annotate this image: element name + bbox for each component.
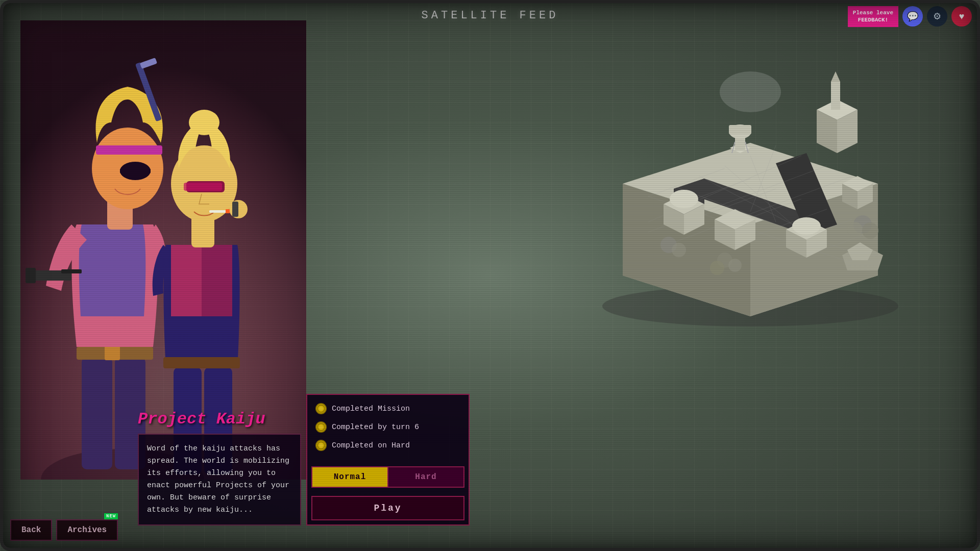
svg-rect-10 — [120, 168, 151, 173]
medal-svg-3 — [317, 441, 325, 449]
svg-rect-55 — [831, 82, 840, 110]
medal-icon-2 — [315, 421, 327, 433]
title-bar: SATELLITE FEED — [422, 9, 559, 22]
mission-info-panel: Project Kaiju Word of the kaiju attacks … — [138, 410, 301, 525]
mission-title: Project Kaiju — [138, 410, 301, 429]
medal-item-1: Completed Mission — [315, 403, 460, 414]
svg-point-91 — [319, 425, 323, 429]
svg-rect-78 — [729, 125, 751, 134]
medal-icon-1 — [315, 403, 327, 414]
medal-item-3: Completed on Hard — [315, 440, 460, 451]
medal-text-3: Completed on Hard — [332, 441, 410, 450]
svg-rect-18 — [163, 357, 240, 368]
new-badge: NEW — [104, 513, 118, 519]
svg-point-93 — [319, 443, 323, 447]
discord-icon: 💬 — [907, 11, 918, 22]
medal-svg-1 — [317, 405, 325, 413]
svg-rect-12 — [26, 268, 36, 283]
back-button[interactable]: Back — [10, 519, 52, 541]
difficulty-buttons: Normal Hard — [311, 466, 464, 488]
svg-rect-5 — [105, 346, 120, 360]
satellite-title: SATELLITE FEED — [422, 9, 559, 22]
steam-button[interactable]: ⚙ — [927, 6, 947, 27]
svg-rect-27 — [226, 209, 230, 213]
svg-rect-2 — [82, 357, 112, 469]
discord-button[interactable]: 💬 — [902, 6, 923, 27]
completion-panel: Completed Mission Completed by turn 6 Co… — [306, 394, 470, 525]
svg-rect-26 — [209, 210, 227, 213]
svg-point-89 — [319, 407, 323, 411]
mission-description: Word of the kaiju attacks has spread. Th… — [138, 434, 301, 525]
svg-point-71 — [672, 243, 686, 257]
map-area — [572, 31, 929, 327]
svg-rect-13 — [61, 269, 82, 273]
medal-list: Completed Mission Completed by turn 6 Co… — [307, 395, 469, 462]
svg-marker-56 — [831, 71, 840, 82]
archives-button[interactable]: NEW Archives — [56, 519, 118, 541]
svg-rect-8 — [96, 145, 162, 155]
play-button[interactable]: Play — [311, 496, 464, 520]
bottom-navigation: Back NEW Archives — [10, 519, 118, 541]
svg-point-87 — [720, 71, 781, 112]
archives-label: Archives — [67, 525, 107, 535]
medal-icon-3 — [315, 440, 327, 451]
hard-difficulty-button[interactable]: Hard — [388, 467, 463, 487]
heart-button[interactable]: ♥ — [951, 6, 972, 27]
svg-point-74 — [710, 261, 724, 275]
medal-svg-2 — [317, 423, 325, 431]
steam-icon: ⚙ — [933, 11, 941, 22]
svg-point-73 — [728, 259, 742, 272]
top-right-buttons: Please leave FEEDBACK! 💬 ⚙ ♥ — [848, 6, 972, 27]
svg-rect-25 — [232, 202, 238, 217]
iso-map-svg — [572, 31, 929, 327]
medal-text-1: Completed Mission — [332, 405, 410, 413]
heart-icon: ♥ — [959, 11, 965, 22]
feedback-button[interactable]: Please leave FEEDBACK! — [848, 6, 898, 27]
svg-rect-23 — [184, 183, 222, 191]
normal-difficulty-button[interactable]: Normal — [312, 467, 388, 487]
medal-item-2: Completed by turn 6 — [315, 421, 460, 433]
svg-point-21 — [189, 110, 219, 135]
svg-point-84 — [792, 217, 821, 235]
play-button-container: Play — [307, 492, 469, 524]
svg-point-68 — [847, 222, 863, 237]
svg-point-69 — [862, 222, 878, 239]
medal-text-2: Completed by turn 6 — [332, 423, 419, 432]
svg-point-60 — [670, 190, 698, 208]
